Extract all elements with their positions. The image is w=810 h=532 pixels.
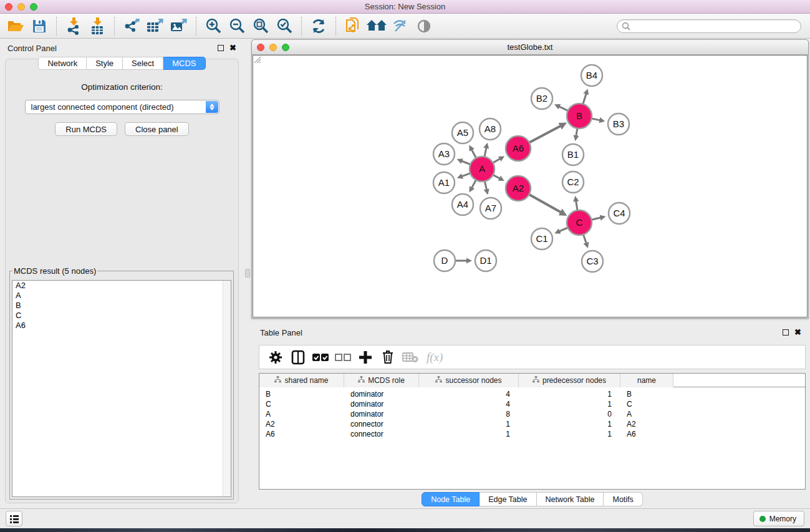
float-panel-icon[interactable] xyxy=(218,45,224,51)
table-cell[interactable]: A6 xyxy=(620,429,673,439)
table-cell[interactable]: connector xyxy=(344,419,419,429)
criterion-dropdown[interactable]: largest connected component (directed) xyxy=(25,100,219,114)
table-cell[interactable]: 1 xyxy=(519,389,620,399)
vertical-splitter[interactable] xyxy=(244,39,251,508)
task-history-button[interactable] xyxy=(6,511,22,526)
result-item[interactable]: A6 xyxy=(12,321,231,331)
graph-node-C3[interactable]: C3 xyxy=(582,251,603,272)
resize-grip-icon[interactable] xyxy=(253,56,261,64)
table-cell[interactable]: C xyxy=(259,399,344,409)
graph-node-C2[interactable]: C2 xyxy=(562,172,584,193)
tab-edge-table[interactable]: Edge Table xyxy=(480,492,536,506)
tab-mcds[interactable]: MCDS xyxy=(163,57,205,70)
mcds-result-list[interactable]: A2ABCA6 xyxy=(12,280,231,497)
deselect-all-icon[interactable] xyxy=(333,348,353,367)
network-canvas[interactable]: AA1A2A3A4A5A6A7A8BB1B2B3B4CC1C2C3C4DD1 xyxy=(253,55,808,317)
home-icon[interactable] xyxy=(366,16,387,36)
graph-node-D[interactable]: D xyxy=(434,250,455,271)
select-all-icon[interactable] xyxy=(311,348,330,367)
zoom-fit-icon[interactable] xyxy=(250,16,271,36)
result-item[interactable]: A2 xyxy=(12,281,231,291)
tab-node-table[interactable]: Node Table xyxy=(422,492,480,506)
node-table[interactable]: shared nameMCDS rolesuccessor nodesprede… xyxy=(259,373,806,490)
import-table-icon[interactable] xyxy=(87,16,108,36)
graph-node-B2[interactable]: B2 xyxy=(531,88,552,109)
export-table-icon[interactable] xyxy=(145,16,166,36)
table-cell[interactable]: A xyxy=(620,409,673,419)
table-cell[interactable]: 1 xyxy=(519,429,620,439)
table-row[interactable]: Bdominator41B xyxy=(259,389,805,399)
export-network-icon[interactable] xyxy=(121,16,142,36)
zoom-out-icon[interactable] xyxy=(226,16,248,36)
graph-node-A[interactable]: A xyxy=(470,157,494,181)
graph-node-B[interactable]: B xyxy=(567,104,592,128)
column-header-name[interactable]: name xyxy=(620,374,673,387)
table-cell[interactable]: dominator xyxy=(344,409,419,419)
table-cell[interactable]: dominator xyxy=(344,399,419,409)
tab-network-table[interactable]: Network Table xyxy=(537,492,604,506)
result-item[interactable]: B xyxy=(12,301,231,311)
float-table-panel-icon[interactable] xyxy=(783,329,789,336)
table-cell[interactable]: A2 xyxy=(620,419,673,429)
close-table-panel-icon[interactable]: ✖ xyxy=(794,329,801,336)
delete-table-icon[interactable] xyxy=(400,348,420,367)
close-window-button[interactable] xyxy=(5,3,12,11)
table-row[interactable]: Adominator80A xyxy=(259,409,805,419)
graph-node-A7[interactable]: A7 xyxy=(480,198,501,219)
table-row[interactable]: A2connector11A2 xyxy=(259,419,805,429)
maximize-network-button[interactable] xyxy=(282,44,289,51)
close-panel-icon[interactable]: ✖ xyxy=(229,45,236,51)
column-header-successor-nodes[interactable]: successor nodes xyxy=(419,374,519,387)
zoom-selected-icon[interactable] xyxy=(274,16,295,36)
table-cell[interactable]: B xyxy=(259,389,344,399)
search-box[interactable] xyxy=(617,19,801,33)
column-header-predecessor-nodes[interactable]: predecessor nodes xyxy=(519,374,620,387)
delete-column-trash-icon[interactable] xyxy=(378,348,398,367)
table-cell[interactable]: 1 xyxy=(519,399,620,409)
import-network-icon[interactable] xyxy=(63,16,84,36)
table-cell[interactable]: A6 xyxy=(259,429,344,439)
table-row[interactable]: A6connector11A6 xyxy=(259,429,805,439)
tab-motifs[interactable]: Motifs xyxy=(604,492,642,506)
tab-style[interactable]: Style xyxy=(87,57,123,70)
zoom-in-icon[interactable] xyxy=(203,16,224,36)
tab-network[interactable]: Network xyxy=(38,57,87,70)
table-cell[interactable]: A2 xyxy=(259,419,344,429)
function-builder-icon[interactable]: f(x) xyxy=(427,351,443,364)
table-settings-gear-icon[interactable] xyxy=(266,348,286,367)
graph-node-A4[interactable]: A4 xyxy=(452,194,473,215)
graph-node-A1[interactable]: A1 xyxy=(433,172,455,193)
table-cell[interactable]: connector xyxy=(344,429,419,439)
graph-node-A6[interactable]: A6 xyxy=(506,136,531,161)
export-image-icon[interactable] xyxy=(168,16,190,36)
table-cell[interactable]: 4 xyxy=(419,389,519,399)
table-cell[interactable]: 1 xyxy=(519,419,620,429)
run-mcds-button[interactable]: Run MCDS xyxy=(55,122,117,136)
columns-icon[interactable] xyxy=(288,348,308,367)
graph-node-C4[interactable]: C4 xyxy=(609,203,630,224)
table-row[interactable]: Cdominator41C xyxy=(259,399,805,409)
new-network-icon[interactable] xyxy=(342,16,364,36)
close-network-button[interactable] xyxy=(257,44,264,51)
close-panel-button[interactable]: Close panel xyxy=(125,122,189,136)
table-cell[interactable]: dominator xyxy=(344,389,419,399)
table-cell[interactable]: 1 xyxy=(419,429,519,439)
table-cell[interactable]: A xyxy=(259,409,344,419)
maximize-window-button[interactable] xyxy=(30,3,37,11)
table-cell[interactable]: 0 xyxy=(519,409,620,419)
graph-node-C1[interactable]: C1 xyxy=(531,228,552,249)
graph-node-B1[interactable]: B1 xyxy=(562,144,584,165)
graph-node-B4[interactable]: B4 xyxy=(581,65,602,86)
column-header-shared-name[interactable]: shared name xyxy=(259,374,344,387)
add-column-plus-icon[interactable] xyxy=(355,348,375,367)
result-scrollbar[interactable] xyxy=(223,281,231,496)
graph-node-A8[interactable]: A8 xyxy=(480,118,501,140)
search-input[interactable] xyxy=(634,22,796,31)
table-cell[interactable]: C xyxy=(620,399,673,409)
minimize-window-button[interactable] xyxy=(17,3,25,11)
graph-node-C[interactable]: C xyxy=(567,210,592,235)
tab-select[interactable]: Select xyxy=(123,57,163,70)
save-session-icon[interactable] xyxy=(29,16,50,36)
result-item[interactable]: C xyxy=(12,311,231,321)
table-cell[interactable]: 1 xyxy=(419,419,519,429)
